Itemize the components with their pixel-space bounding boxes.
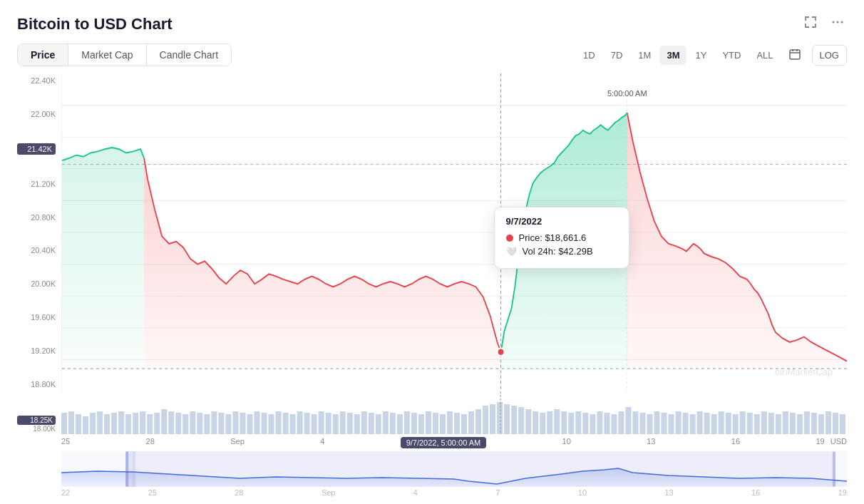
svg-rect-84 xyxy=(511,406,517,434)
svg-rect-115 xyxy=(733,414,739,434)
y-label-2240: 22.40K xyxy=(17,76,56,85)
svg-rect-110 xyxy=(697,411,703,434)
tooltip-price-label: Price: $18,661.6 xyxy=(519,232,587,243)
svg-rect-23 xyxy=(76,414,81,434)
time-btn-log[interactable]: LOG xyxy=(812,45,847,66)
svg-rect-71 xyxy=(418,414,424,434)
svg-rect-75 xyxy=(447,411,453,434)
price-chart-svg: 5:00:00 AM xyxy=(62,73,847,391)
svg-point-1 xyxy=(837,21,839,24)
svg-rect-40 xyxy=(197,413,202,434)
x-label-active: 9/7/2022, 5:00:00 AM xyxy=(401,437,487,448)
tab-market-cap[interactable]: Market Cap xyxy=(68,44,146,66)
svg-rect-129 xyxy=(833,413,838,434)
time-btn-ytd[interactable]: YTD xyxy=(715,46,748,65)
svg-rect-130 xyxy=(840,414,845,434)
more-options-icon[interactable] xyxy=(828,14,847,34)
svg-rect-108 xyxy=(683,413,689,434)
svg-rect-67 xyxy=(390,413,396,434)
mini-x-16: 16 xyxy=(751,488,760,497)
svg-rect-32 xyxy=(140,411,145,434)
svg-rect-58 xyxy=(326,413,331,434)
svg-rect-56 xyxy=(312,414,317,434)
svg-rect-76 xyxy=(454,413,460,434)
main-container: Bitcoin to USD Chart Price Market Cap Ca… xyxy=(0,0,864,504)
svg-rect-47 xyxy=(247,414,252,434)
svg-rect-27 xyxy=(104,414,110,434)
svg-rect-90 xyxy=(554,409,560,434)
tooltip-price-row: Price: $18,661.6 xyxy=(506,232,617,243)
time-btn-3m[interactable]: 3M xyxy=(659,46,686,65)
time-btn-7d[interactable]: 7D xyxy=(604,46,630,65)
chart-tabs: Price Market Cap Candle Chart xyxy=(17,43,232,66)
svg-rect-31 xyxy=(133,413,138,434)
tooltip-heart-icon: 🤍 xyxy=(506,247,517,257)
time-btn-1m[interactable]: 1M xyxy=(631,46,658,65)
svg-rect-85 xyxy=(518,407,524,434)
svg-rect-104 xyxy=(654,411,660,434)
x-label-4: 4 xyxy=(320,437,324,448)
y-label-2120: 21.20K xyxy=(17,180,56,188)
svg-rect-74 xyxy=(440,414,446,434)
svg-rect-69 xyxy=(404,411,410,434)
x-axis: 25 28 Sep 4 9/7/2022, 5:00:00 AM 10 13 1… xyxy=(61,434,825,448)
mini-chart xyxy=(61,451,847,487)
svg-rect-66 xyxy=(383,411,389,434)
tabs-and-controls: Price Market Cap Candle Chart 1D 7D 1M 3… xyxy=(17,43,847,66)
svg-rect-118 xyxy=(754,414,760,434)
svg-rect-22 xyxy=(68,411,74,434)
svg-rect-21 xyxy=(61,413,67,434)
volume-y-axis: 18.25K 18.00K xyxy=(17,391,61,434)
mini-x-28: 28 xyxy=(235,488,243,497)
svg-rect-121 xyxy=(776,414,781,434)
mini-x-13: 13 xyxy=(664,488,673,497)
svg-text:5:00:00 AM: 5:00:00 AM xyxy=(607,89,647,98)
svg-rect-80 xyxy=(483,406,488,434)
svg-rect-28 xyxy=(111,413,117,434)
svg-rect-44 xyxy=(225,414,231,434)
fullscreen-icon[interactable] xyxy=(801,14,820,34)
time-btn-1d[interactable]: 1D xyxy=(576,46,602,65)
svg-rect-116 xyxy=(740,411,746,434)
svg-rect-100 xyxy=(625,407,631,434)
svg-rect-72 xyxy=(426,411,431,434)
y-label-2200: 22.00K xyxy=(17,110,56,118)
svg-rect-122 xyxy=(783,411,788,434)
tab-candle-chart[interactable]: Candle Chart xyxy=(147,44,232,66)
svg-rect-35 xyxy=(161,409,167,434)
svg-point-18 xyxy=(498,348,505,356)
svg-rect-34 xyxy=(154,413,160,434)
svg-rect-119 xyxy=(761,411,767,434)
svg-rect-60 xyxy=(340,411,346,434)
y-axis: 22.40K 22.00K 21.42K 21.20K 20.80K 20.40… xyxy=(17,73,61,391)
svg-rect-98 xyxy=(611,414,617,434)
mini-x-axis-row: 22 25 28 Sep 4 7 10 13 16 19 xyxy=(17,487,847,497)
y-label-2040: 20.40K xyxy=(17,246,56,254)
svg-rect-38 xyxy=(182,414,188,434)
svg-rect-24 xyxy=(83,416,88,434)
x-label-sep: Sep xyxy=(230,437,245,448)
calendar-icon[interactable] xyxy=(782,44,808,66)
svg-rect-127 xyxy=(818,414,824,434)
svg-rect-105 xyxy=(662,413,667,434)
svg-rect-49 xyxy=(262,413,267,434)
svg-rect-70 xyxy=(411,413,417,434)
svg-rect-88 xyxy=(540,413,545,434)
svg-rect-81 xyxy=(490,404,495,434)
svg-rect-43 xyxy=(218,413,224,434)
svg-rect-53 xyxy=(290,414,296,434)
svg-rect-91 xyxy=(561,411,567,434)
time-btn-1y[interactable]: 1Y xyxy=(688,46,714,65)
x-axis-row: 25 28 Sep 4 9/7/2022, 5:00:00 AM 10 13 1… xyxy=(17,434,847,448)
svg-rect-83 xyxy=(504,404,510,434)
svg-rect-120 xyxy=(768,413,774,434)
svg-rect-107 xyxy=(676,411,682,434)
svg-rect-106 xyxy=(669,414,674,434)
svg-rect-50 xyxy=(269,414,274,434)
svg-rect-51 xyxy=(276,411,282,434)
x-label-10: 10 xyxy=(562,437,571,448)
time-btn-all[interactable]: ALL xyxy=(749,46,780,65)
svg-rect-92 xyxy=(568,413,574,434)
svg-rect-113 xyxy=(719,411,724,434)
tab-price[interactable]: Price xyxy=(18,44,68,66)
